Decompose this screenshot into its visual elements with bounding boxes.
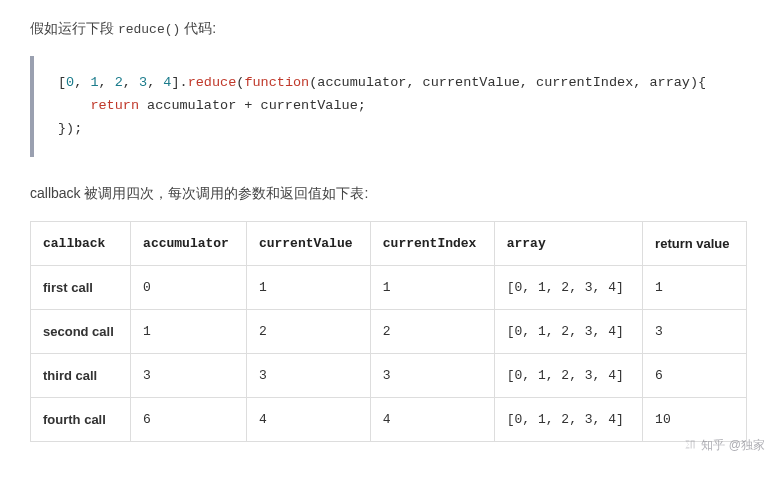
intro-prefix: 假如运行下段 <box>30 20 118 36</box>
code-l2-rest: accumulator + currentValue; <box>139 98 366 113</box>
cell-array: [0, 1, 2, 3, 4] <box>494 353 642 397</box>
cell-currentvalue: 1 <box>246 265 370 309</box>
table-row: second call 1 2 2 [0, 1, 2, 3, 4] 3 <box>31 309 747 353</box>
code-l1-a: [ <box>58 75 66 90</box>
th-return: return value <box>643 221 747 265</box>
watermark-brand: 知乎 <box>701 437 725 454</box>
middle-paragraph: callback 被调用四次，每次调用的参数和返回值如下表: <box>30 185 747 203</box>
cell-accumulator: 6 <box>131 397 247 441</box>
cell-array: [0, 1, 2, 3, 4] <box>494 265 642 309</box>
code-l1-d: (accumulator, currentValue, currentIndex… <box>309 75 706 90</box>
code-l1-kw: function <box>244 75 309 90</box>
zhihu-icon <box>683 438 697 452</box>
code-l2-indent <box>58 98 90 113</box>
th-accumulator: accumulator <box>131 221 247 265</box>
watermark-user: @独家 <box>729 437 765 454</box>
code-l2-kw: return <box>90 98 139 113</box>
cell-array: [0, 1, 2, 3, 4] <box>494 309 642 353</box>
code-l1-method: reduce <box>188 75 237 90</box>
cell-return: 3 <box>643 309 747 353</box>
code-l1-n1: 1 <box>90 75 98 90</box>
cell-currentvalue: 2 <box>246 309 370 353</box>
table-row: third call 3 3 3 [0, 1, 2, 3, 4] 6 <box>31 353 747 397</box>
row-label: fourth call <box>31 397 131 441</box>
code-l1-n2: 2 <box>115 75 123 90</box>
cell-currentindex: 2 <box>370 309 494 353</box>
code-l1-n3: 3 <box>139 75 147 90</box>
code-block: [0, 1, 2, 3, 4].reduce(function(accumula… <box>30 56 747 157</box>
table-header-row: callback accumulator currentValue curren… <box>31 221 747 265</box>
intro-code-word: reduce() <box>118 22 180 37</box>
row-label: first call <box>31 265 131 309</box>
cell-currentindex: 3 <box>370 353 494 397</box>
th-currentindex: currentIndex <box>370 221 494 265</box>
th-array: array <box>494 221 642 265</box>
table-row: fourth call 6 4 4 [0, 1, 2, 3, 4] 10 <box>31 397 747 441</box>
cell-currentindex: 1 <box>370 265 494 309</box>
row-label: second call <box>31 309 131 353</box>
cell-currentindex: 4 <box>370 397 494 441</box>
code-l1-b: ]. <box>171 75 187 90</box>
row-label: third call <box>31 353 131 397</box>
cell-return: 6 <box>643 353 747 397</box>
th-callback: callback <box>31 221 131 265</box>
intro-suffix: 代码: <box>180 20 216 36</box>
cell-currentvalue: 3 <box>246 353 370 397</box>
code-l3: }); <box>58 121 82 136</box>
intro-paragraph: 假如运行下段 reduce() 代码: <box>30 20 747 38</box>
code-l1-n0: 0 <box>66 75 74 90</box>
watermark: 知乎 @独家 <box>683 437 765 454</box>
callback-table: callback accumulator currentValue curren… <box>30 221 747 442</box>
cell-accumulator: 3 <box>131 353 247 397</box>
cell-return: 1 <box>643 265 747 309</box>
cell-currentvalue: 4 <box>246 397 370 441</box>
cell-accumulator: 0 <box>131 265 247 309</box>
th-currentvalue: currentValue <box>246 221 370 265</box>
cell-accumulator: 1 <box>131 309 247 353</box>
table-row: first call 0 1 1 [0, 1, 2, 3, 4] 1 <box>31 265 747 309</box>
cell-return: 10 <box>643 397 747 441</box>
cell-array: [0, 1, 2, 3, 4] <box>494 397 642 441</box>
